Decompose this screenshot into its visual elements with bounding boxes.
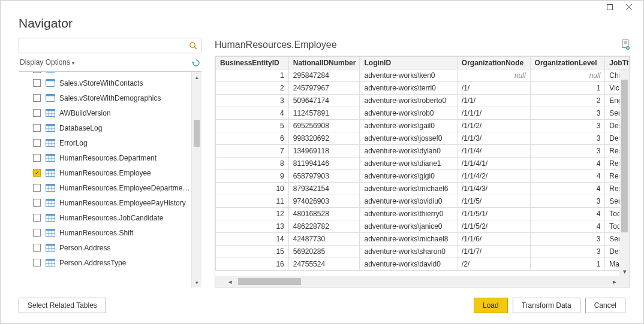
select-related-button[interactable]: Select Related Tables	[19, 298, 106, 313]
cell: 486228782	[288, 220, 360, 233]
checkbox[interactable]	[33, 214, 41, 222]
search-input[interactable]	[23, 41, 189, 50]
table-row[interactable]: 13486228782adventure-works\janice0/1/1/5…	[216, 220, 630, 233]
table-row[interactable]: 1556920285adventure-works\sharon0/1/1/7/…	[216, 246, 630, 258]
close-button[interactable]	[620, 2, 638, 13]
column-header[interactable]: OrganizationNode	[457, 57, 530, 69]
checkbox[interactable]	[33, 94, 41, 102]
tree-item[interactable]: HumanResources.EmployeeDepartmen...	[19, 180, 191, 195]
checkbox[interactable]	[33, 184, 41, 192]
checkbox[interactable]	[33, 259, 41, 267]
scroll-thumb[interactable]	[194, 120, 200, 147]
page-title: Navigator	[19, 16, 643, 31]
checkbox[interactable]	[33, 139, 41, 147]
tree-item[interactable]: HumanResources.Department	[19, 150, 191, 165]
grid-vertical-scrollbar[interactable]	[619, 69, 630, 277]
tree-item[interactable]: SalesStoreWithAddresses	[19, 72, 191, 75]
table-row[interactable]: 10879342154adventure-works\michael6/1/1/…	[216, 183, 630, 195]
search-icon[interactable]	[189, 41, 197, 50]
table-row[interactable]: 4112457891adventure-works\rob0/1/1/1/3Se…	[216, 107, 630, 120]
checkbox[interactable]	[33, 109, 41, 117]
cell: 5	[216, 120, 289, 132]
table-row[interactable]: 5695256908adventure-works\gail0/1/1/2/3D…	[216, 120, 630, 132]
column-header[interactable]: JobTitl	[605, 57, 630, 69]
table-icon	[46, 124, 55, 132]
checkbox[interactable]	[33, 169, 41, 177]
checkbox[interactable]	[33, 244, 41, 252]
tree-item[interactable]: HumanResources.EmployeePayHistory	[19, 195, 191, 210]
tree-list[interactable]: SalesStoreWithAddressesSales.vStoreWithC…	[19, 72, 191, 287]
preview-title: HumanResources.Employee	[215, 40, 337, 50]
checkbox[interactable]	[33, 124, 41, 132]
load-button[interactable]: Load	[474, 298, 508, 313]
preview-options-icon[interactable]	[621, 40, 630, 50]
table-row[interactable]: 1624755524adventure-works\david0/2/1Ma	[216, 258, 630, 271]
checkbox[interactable]	[33, 199, 41, 207]
table-icon	[46, 214, 55, 222]
tree-item[interactable]: AWBuildVersion	[19, 105, 191, 120]
cell: 1	[216, 69, 289, 82]
grid-horizontal-thumb[interactable]	[238, 278, 301, 285]
column-header[interactable]: OrganizationLevel	[530, 57, 605, 69]
cell: 16	[216, 258, 289, 271]
svg-rect-42	[46, 199, 55, 201]
cell: /1/1/1/	[457, 107, 530, 120]
grid-horizontal-scrollbar[interactable]	[215, 276, 630, 287]
table-row[interactable]: 7134969118adventure-works\dylan0/1/1/4/3…	[216, 145, 630, 158]
checkbox[interactable]	[33, 79, 41, 87]
maximize-button[interactable]	[601, 2, 619, 13]
table-row[interactable]: 1442487730adventure-works\michael8/1/1/6…	[216, 233, 630, 246]
tree-item[interactable]: HumanResources.JobCandidate	[19, 210, 191, 225]
cell: 3	[530, 145, 605, 158]
cell: 6	[216, 132, 289, 145]
checkbox[interactable]	[33, 229, 41, 237]
grid-container: BusinessEntityIDNationalIDNumberLoginIDO…	[215, 56, 630, 287]
column-header[interactable]: BusinessEntityID	[216, 57, 289, 69]
table-row[interactable]: 9658797903adventure-works\gigi0/1/1/4/2/…	[216, 170, 630, 183]
table-row[interactable]: 11974026903adventure-works\ovidiu0/1/1/5…	[216, 195, 630, 208]
cancel-button[interactable]: Cancel	[585, 298, 625, 313]
data-grid[interactable]: BusinessEntityIDNationalIDNumberLoginIDO…	[215, 56, 630, 271]
grid-scroll-right-icon[interactable]: ▸	[609, 276, 619, 287]
checkbox[interactable]	[33, 72, 41, 73]
column-header[interactable]: LoginID	[360, 57, 457, 69]
table-row[interactable]: 8811994146adventure-works\diane1/1/1/4/1…	[216, 158, 630, 170]
cell: /1/1/5/2/	[457, 220, 530, 233]
tree-item[interactable]: Person.AddressType	[19, 255, 191, 270]
column-header[interactable]: NationalIDNumber	[288, 57, 360, 69]
cell: /1/1/4/	[457, 145, 530, 158]
tree-item[interactable]: Sales.vStoreWithDemographics	[19, 90, 191, 105]
transform-data-button[interactable]: Transform Data	[513, 298, 580, 313]
cell: /1/1/2/	[457, 120, 530, 132]
cell: /1/	[457, 82, 530, 95]
tree-item[interactable]: HumanResources.Employee	[19, 165, 191, 180]
tree-item[interactable]: DatabaseLog	[19, 120, 191, 135]
tree-item[interactable]: ErrorLog	[19, 135, 191, 150]
grid-vertical-thumb[interactable]	[621, 80, 628, 232]
grid-scroll-down-icon[interactable]: ▾	[619, 267, 630, 277]
table-row[interactable]: 12480168528adventure-works\thierry0/1/1/…	[216, 208, 630, 220]
display-options[interactable]: Display Options ▾	[20, 58, 74, 66]
svg-rect-0	[607, 4, 613, 10]
checkbox[interactable]	[33, 154, 41, 162]
tree-scrollbar[interactable]: ▴ ▾	[191, 72, 201, 287]
cell: 24755524	[288, 258, 360, 271]
cell: 998320692	[288, 132, 360, 145]
tree-item[interactable]: Sales.vStoreWithContacts	[19, 75, 191, 90]
scroll-up-icon[interactable]: ▴	[192, 72, 201, 82]
scroll-down-icon[interactable]: ▾	[192, 277, 201, 287]
table-row[interactable]: 3509647174adventure-works\roberto0/1/1/2…	[216, 95, 630, 107]
cell: 4	[530, 170, 605, 183]
table-row[interactable]: 6998320692adventure-works\jossef0/1/1/3/…	[216, 132, 630, 145]
tree-item[interactable]: Person.Address	[19, 240, 191, 255]
tree-item[interactable]: HumanResources.Shift	[19, 225, 191, 240]
table-row[interactable]: 1295847284adventure-works\ken0nullnullCh…	[216, 69, 630, 82]
table-icon	[46, 169, 55, 177]
refresh-icon[interactable]	[191, 58, 200, 67]
search-box[interactable]	[19, 38, 201, 53]
cell: /1/1/	[457, 95, 530, 107]
table-row[interactable]: 2245797967adventure-works\terri0/1/1Vic	[216, 82, 630, 95]
cell: /1/1/4/1/	[457, 158, 530, 170]
svg-rect-62	[46, 259, 55, 261]
grid-scroll-left-icon[interactable]: ◂	[225, 276, 235, 287]
